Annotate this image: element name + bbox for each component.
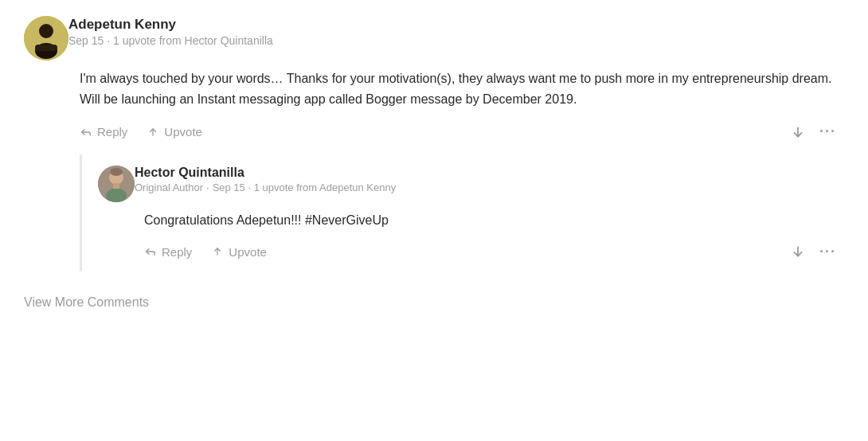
comment-header: Adepetun Kenny Sep 15 · 1 upvote from He… [24, 16, 836, 60]
upvote-button[interactable]: Upvote [147, 120, 213, 143]
avatar [24, 16, 68, 60]
view-more-section: View More Comments [24, 291, 836, 314]
author-info: Adepetun Kenny Sep 15 · 1 upvote from He… [68, 16, 273, 47]
original-author-badge: Original Author [135, 181, 203, 193]
svg-rect-10 [113, 183, 119, 189]
downvote-icon[interactable] [789, 123, 807, 141]
reply-more-options-icon[interactable]: ··· [819, 244, 836, 260]
reply-author-meta: Original Author · Sep 15 · 1 upvote from… [135, 181, 396, 193]
comment-body: I'm always touched by your words… Thanks… [24, 68, 836, 109]
reply-label: Reply [97, 125, 127, 139]
upvote-label: Upvote [164, 125, 202, 139]
upvote-icon [147, 126, 159, 139]
reply-block: Hector Quintanilla Original Author · Sep… [80, 154, 836, 271]
comment-actions: Reply Upvote ··· [24, 120, 836, 143]
comment: Adepetun Kenny Sep 15 · 1 upvote from He… [24, 16, 836, 271]
svg-rect-3 [35, 45, 57, 51]
reply-author-info: Hector Quintanilla Original Author · Sep… [135, 166, 396, 193]
reply-avatar [98, 166, 135, 202]
more-options-icon[interactable]: ··· [819, 123, 836, 140]
reply-reply-button[interactable]: Reply [144, 240, 203, 263]
reply-icon [80, 126, 92, 139]
reply-meta-separator: · [206, 181, 209, 193]
svg-point-8 [110, 168, 123, 176]
svg-point-1 [39, 24, 53, 38]
action-right: ··· [789, 123, 836, 141]
reply-reply-icon [144, 245, 157, 258]
reply-meta: Sep 15 · 1 upvote from Adepetun Kenny [213, 181, 397, 193]
reply-upvote-label: Upvote [229, 245, 267, 259]
reply-button[interactable]: Reply [80, 120, 139, 143]
author-name: Adepetun Kenny [68, 16, 273, 33]
view-more-button[interactable]: View More Comments [24, 291, 149, 314]
reply-reply-label: Reply [162, 245, 192, 259]
view-more-label: View More Comments [24, 295, 149, 309]
reply-author-name: Hector Quintanilla [135, 166, 396, 180]
reply-comment: Hector Quintanilla Original Author · Sep… [98, 154, 836, 271]
reply-actions: Reply Upvote [98, 240, 836, 263]
reply-body: Congratulations Adepetun!!! #NeverGiveUp [98, 210, 836, 231]
reply-action-right: ··· [789, 243, 836, 260]
reply-header: Hector Quintanilla Original Author · Sep… [98, 166, 836, 202]
comment-section: Adepetun Kenny Sep 15 · 1 upvote from He… [24, 16, 836, 314]
reply-upvote-button[interactable]: Upvote [211, 240, 278, 263]
reply-downvote-icon[interactable] [789, 243, 807, 260]
reply-upvote-icon [211, 245, 224, 258]
comment-meta: Sep 15 · 1 upvote from Hector Quintanill… [68, 34, 273, 47]
